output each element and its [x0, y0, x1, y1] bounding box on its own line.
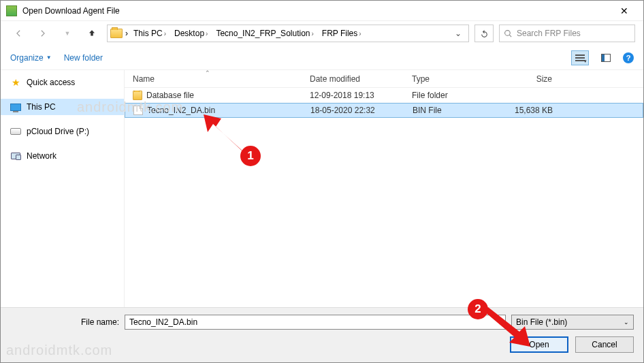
col-size[interactable]: Size — [492, 74, 560, 84]
help-button[interactable]: ? — [623, 52, 634, 63]
folder-icon — [110, 29, 123, 38]
up-button[interactable] — [82, 24, 101, 43]
col-name[interactable]: Name — [125, 74, 302, 84]
app-icon — [6, 5, 17, 16]
breadcrumb-item: This PC› — [131, 26, 169, 41]
preview-pane-button[interactable] — [597, 50, 615, 65]
col-date[interactable]: Date modified — [302, 74, 404, 84]
search-input[interactable]: Search FRP Files — [499, 25, 635, 42]
sidebar-item-this-pc[interactable]: This PC — [1, 99, 124, 115]
filename-label: File name: — [10, 317, 119, 327]
window-title: Open Download Agent File — [22, 6, 611, 16]
sort-indicator-icon: ⌃ — [205, 69, 210, 76]
forward-button[interactable] — [33, 24, 52, 43]
file-row[interactable]: Database file 12-09-2018 19:13 File fold… — [125, 88, 643, 103]
breadcrumb-item: FRP Files› — [319, 26, 364, 41]
sidebar: ★ Quick access This PC pCloud Drive (P:)… — [1, 70, 125, 328]
network-icon — [11, 153, 20, 159]
chevron-icon: › — [125, 29, 128, 38]
star-icon: ★ — [10, 78, 21, 87]
open-button[interactable]: Open — [510, 336, 568, 353]
address-dropdown[interactable]: ⌄ — [451, 29, 466, 38]
refresh-button[interactable] — [474, 25, 494, 42]
filetype-dropdown[interactable]: Bin File (*.bin)⌄ — [511, 315, 634, 330]
back-button[interactable] — [9, 24, 28, 43]
sidebar-item-quick-access[interactable]: ★ Quick access — [1, 74, 124, 91]
file-icon — [133, 106, 143, 115]
folder-icon — [133, 91, 142, 100]
drive-icon — [10, 128, 21, 135]
sidebar-item-network[interactable]: Network — [1, 148, 124, 164]
col-type[interactable]: Type — [404, 74, 492, 84]
cancel-button[interactable]: Cancel — [575, 336, 634, 353]
filename-input[interactable] — [125, 315, 506, 330]
organize-menu[interactable]: Organize▼ — [10, 53, 52, 63]
recent-dropdown[interactable]: ▼ — [58, 24, 77, 43]
new-folder-button[interactable]: New folder — [64, 53, 103, 63]
address-bar[interactable]: › This PC› Desktop› Tecno_IN2_FRP_Soluti… — [107, 25, 469, 42]
sidebar-item-pcloud[interactable]: pCloud Drive (P:) — [1, 123, 124, 140]
close-button[interactable]: ✕ — [611, 5, 638, 16]
file-row[interactable]: Tecno_IN2_DA.bin 18-05-2020 22:32 BIN Fi… — [125, 103, 643, 118]
column-headers[interactable]: ⌃ Name Date modified Type Size — [125, 70, 643, 88]
search-placeholder: Search FRP Files — [517, 29, 581, 38]
pc-icon — [10, 104, 21, 111]
breadcrumb-item: Tecno_IN2_FRP_Solution› — [213, 26, 316, 41]
view-options-button[interactable]: ▾ — [571, 50, 589, 65]
breadcrumb-item: Desktop› — [172, 26, 210, 41]
